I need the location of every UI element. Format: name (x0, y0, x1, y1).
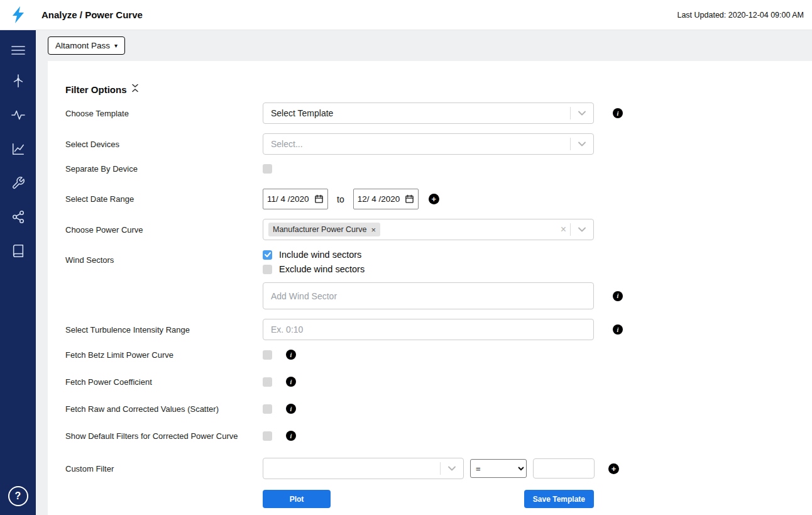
book-icon (11, 244, 25, 258)
include-wind-sectors-checkbox[interactable] (263, 250, 272, 260)
wind-sectors-label: Wind Sectors (65, 250, 263, 265)
fetch-power-coefficient-checkbox[interactable] (263, 377, 272, 387)
choose-template-value: Select Template (263, 108, 570, 118)
start-date-input[interactable]: 11/ 4 /2020 (263, 189, 328, 209)
sidebar-item-activity[interactable] (0, 98, 36, 132)
site-selector-label: Altamont Pass (55, 41, 110, 50)
fetch-betz-label: Fetch Betz Limit Power Curve (65, 350, 263, 360)
info-icon[interactable]: i (286, 431, 296, 441)
show-default-filters-row: Show Default Filters for Corrected Power… (65, 431, 812, 441)
custom-filter-field-select[interactable] (263, 458, 464, 479)
select-devices-label: Select Devices (65, 140, 263, 149)
info-icon[interactable]: i (286, 377, 296, 387)
lightning-logo-icon (11, 6, 25, 23)
sidebar-item-turbine[interactable] (0, 64, 36, 98)
wind-sectors-row: Wind Sectors Include wind sectors Exclud… (65, 250, 812, 309)
sidebar: ? (0, 30, 36, 515)
info-icon[interactable]: i (286, 350, 296, 360)
sidebar-item-share[interactable] (0, 200, 36, 234)
end-date-value: 12/ 4 /2020 (358, 194, 400, 204)
date-range-label: Select Date Range (65, 194, 263, 204)
start-date-value: 11/ 4 /2020 (267, 194, 309, 204)
show-default-filters-label: Show Default Filters for Corrected Power… (65, 431, 263, 441)
site-toolbar: Altamont Pass ▾ (36, 30, 812, 61)
app-header: Analyze / Power Curve Last Updated: 2020… (0, 0, 812, 30)
custom-filter-value-input[interactable] (533, 458, 595, 479)
chevron-down-icon[interactable] (571, 219, 593, 240)
exclude-wind-sectors-option[interactable]: Exclude wind sectors (263, 264, 623, 274)
power-curve-tag: Manufacturer Power Curve × (268, 223, 380, 236)
collapse-icon[interactable] (131, 84, 139, 95)
remove-tag-icon[interactable]: × (371, 226, 376, 234)
choose-template-label: Choose Template (65, 109, 263, 118)
chevron-down-icon[interactable] (441, 458, 463, 479)
choose-template-select[interactable]: Select Template (263, 102, 594, 124)
custom-filter-row: Custom Filter = + (65, 458, 812, 479)
turbulence-range-row: Select Turbulence Intensity Range i (65, 319, 812, 340)
check-icon (265, 252, 271, 257)
choose-template-row: Choose Template Select Template i (65, 102, 812, 124)
choose-power-curve-select[interactable]: Manufacturer Power Curve × × (263, 219, 594, 240)
menu-button[interactable] (0, 36, 36, 64)
save-template-button[interactable]: Save Template (524, 490, 594, 508)
info-icon[interactable]: i (613, 324, 623, 335)
add-custom-filter-button[interactable]: + (608, 463, 619, 474)
sidebar-item-analyze[interactable] (0, 132, 36, 166)
add-wind-sector-input[interactable] (263, 282, 594, 309)
app-logo[interactable] (0, 0, 36, 30)
wind-turbine-icon (11, 74, 25, 88)
filter-options-title: Filter Options (65, 84, 127, 95)
exclude-wind-sectors-label: Exclude wind sectors (279, 264, 365, 274)
choose-power-curve-row: Choose Power Curve Manufacturer Power Cu… (65, 219, 812, 240)
fetch-raw-corrected-label: Fetch Raw and Corrected Values (Scatter) (65, 404, 263, 414)
calendar-icon[interactable] (405, 194, 414, 204)
end-date-input[interactable]: 12/ 4 /2020 (353, 189, 419, 209)
turbulence-range-label: Select Turbulence Intensity Range (65, 325, 263, 335)
calendar-icon[interactable] (314, 194, 324, 204)
plot-button[interactable]: Plot (263, 490, 331, 508)
filter-panel: Filter Options Choose Template Select Te… (48, 61, 812, 515)
sidebar-item-tools[interactable] (0, 166, 36, 200)
separate-by-device-checkbox[interactable] (263, 164, 272, 174)
info-icon[interactable]: i (286, 404, 296, 414)
include-wind-sectors-option[interactable]: Include wind sectors (263, 250, 623, 260)
fetch-power-coefficient-label: Fetch Power Coefficient (65, 377, 263, 387)
choose-power-curve-label: Choose Power Curve (65, 225, 263, 235)
activity-pulse-icon (11, 108, 25, 122)
info-icon[interactable]: i (613, 291, 623, 301)
chart-line-icon (11, 142, 25, 156)
form-actions: Plot Save Template (263, 490, 594, 508)
clear-all-icon[interactable]: × (557, 224, 570, 235)
page-title: Analyze / Power Curve (41, 9, 143, 20)
info-icon[interactable]: i (613, 108, 623, 118)
chevron-down-icon[interactable] (571, 103, 593, 123)
help-button[interactable]: ? (8, 486, 28, 506)
exclude-wind-sectors-checkbox[interactable] (263, 265, 272, 274)
date-range-row: Select Date Range 11/ 4 /2020 to 12/ 4 /… (65, 189, 812, 209)
fetch-betz-checkbox[interactable] (263, 350, 272, 360)
share-nodes-icon (11, 210, 25, 224)
hamburger-icon (11, 45, 25, 55)
site-selector-button[interactable]: Altamont Pass ▾ (48, 36, 125, 55)
include-wind-sectors-label: Include wind sectors (279, 250, 361, 260)
sidebar-item-library[interactable] (0, 234, 36, 268)
power-curve-tag-label: Manufacturer Power Curve (273, 225, 366, 234)
separate-by-device-label: Separate By Device (65, 164, 263, 174)
wrench-icon (11, 176, 25, 190)
fetch-power-coefficient-row: Fetch Power Coefficient i (65, 377, 812, 387)
select-devices-row: Select Devices Select... (65, 133, 812, 155)
chevron-down-icon[interactable] (571, 134, 593, 154)
caret-down-icon: ▾ (114, 43, 118, 49)
custom-filter-operator-select[interactable]: = (470, 459, 527, 478)
fetch-raw-corrected-row: Fetch Raw and Corrected Values (Scatter)… (65, 404, 812, 414)
main-area: Altamont Pass ▾ Filter Options Choose Te… (36, 30, 812, 515)
turbulence-range-input[interactable] (263, 319, 594, 340)
add-date-range-button[interactable]: + (429, 194, 439, 204)
select-devices-select[interactable]: Select... (263, 133, 594, 155)
show-default-filters-checkbox[interactable] (263, 431, 272, 441)
custom-filter-label: Custom Filter (65, 464, 263, 473)
date-range-to-label: to (337, 194, 344, 204)
fetch-raw-corrected-checkbox[interactable] (263, 404, 272, 414)
select-devices-placeholder: Select... (263, 139, 570, 149)
separate-by-device-row: Separate By Device (65, 164, 812, 174)
